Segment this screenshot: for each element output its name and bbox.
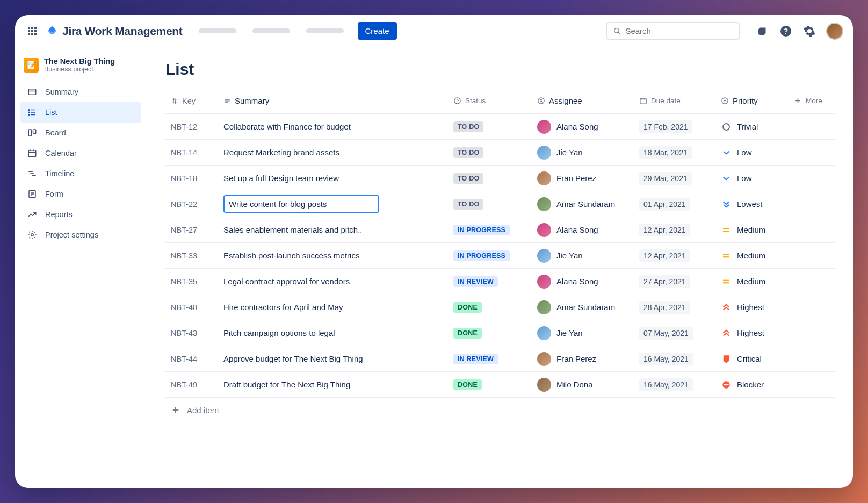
add-item-button[interactable]: Add item <box>165 398 835 422</box>
sidebar-item-form[interactable]: Form <box>20 184 141 204</box>
cell-summary[interactable]: Set up a full Design team review <box>223 174 453 183</box>
cell-priority[interactable]: Lowest <box>721 199 794 210</box>
cell-key[interactable]: NBT-43 <box>165 329 223 337</box>
cell-key[interactable]: NBT-14 <box>165 148 223 157</box>
cell-summary[interactable]: Sales enablement materials and pitch.. <box>223 225 453 234</box>
sidebar-item-reports[interactable]: Reports <box>20 204 141 225</box>
cell-due-date[interactable]: 17 Feb, 2021 <box>639 120 721 133</box>
cell-assignee[interactable]: Fran Perez <box>537 352 639 366</box>
cell-summary[interactable]: Establish post-launch success metrics <box>223 251 453 260</box>
app-switcher-icon[interactable] <box>25 24 40 39</box>
cell-due-date[interactable]: 18 Mar, 2021 <box>639 146 721 159</box>
cell-priority[interactable]: Blocker <box>721 379 794 390</box>
summary-edit-input[interactable] <box>223 195 379 213</box>
cell-assignee[interactable]: Jie Yan <box>537 326 639 340</box>
help-icon[interactable]: ? <box>779 24 793 38</box>
cell-due-date[interactable]: 01 Apr, 2021 <box>639 198 721 211</box>
user-avatar[interactable] <box>826 23 843 40</box>
cell-summary[interactable]: Draft budget for The Next Big Thing <box>223 380 453 389</box>
cell-priority[interactable]: Low <box>721 147 794 158</box>
cell-priority[interactable]: Trivial <box>721 121 794 132</box>
cell-status[interactable]: IN PROGRESS <box>453 250 537 261</box>
col-assignee[interactable]: Assignee <box>537 96 639 105</box>
cell-summary[interactable] <box>223 195 453 213</box>
col-more[interactable]: More <box>794 97 835 105</box>
col-summary[interactable]: Summary <box>223 96 453 105</box>
cell-summary[interactable]: Pitch campaign options to legal <box>223 328 453 337</box>
cell-key[interactable]: NBT-49 <box>165 380 223 389</box>
product-logo[interactable]: Jira Work Management <box>46 25 183 38</box>
cell-key[interactable]: NBT-12 <box>165 123 223 131</box>
cell-key[interactable]: NBT-27 <box>165 226 223 234</box>
create-button[interactable]: Create <box>358 22 397 40</box>
cell-due-date[interactable]: 07 May, 2021 <box>639 327 721 340</box>
cell-assignee[interactable]: Amar Sundaram <box>537 197 639 211</box>
table-row[interactable]: NBT-18 Set up a full Design team review … <box>165 166 835 191</box>
cell-key[interactable]: NBT-22 <box>165 200 223 209</box>
cell-priority[interactable]: Highest <box>721 328 794 339</box>
cell-due-date[interactable]: 16 May, 2021 <box>639 353 721 365</box>
table-row[interactable]: NBT-43 Pitch campaign options to legal D… <box>165 320 835 346</box>
cell-key[interactable]: NBT-44 <box>165 355 223 363</box>
cell-assignee[interactable]: Fran Perez <box>537 171 639 185</box>
cell-summary[interactable]: Collaborate with Finance for budget <box>223 122 453 131</box>
cell-status[interactable]: IN REVIEW <box>453 276 537 287</box>
search-input[interactable] <box>625 26 733 35</box>
cell-key[interactable]: NBT-40 <box>165 303 223 312</box>
cell-status[interactable]: DONE <box>453 379 537 390</box>
cell-priority[interactable]: Critical <box>721 354 794 364</box>
table-row[interactable]: NBT-27 Sales enablement materials and pi… <box>165 217 835 243</box>
cell-assignee[interactable]: Jie Yan <box>537 146 639 160</box>
sidebar-item-summary[interactable]: Summary <box>20 82 141 102</box>
cell-status[interactable]: TO DO <box>453 121 537 132</box>
sidebar-item-settings[interactable]: Project settings <box>20 225 141 245</box>
cell-status[interactable]: IN REVIEW <box>453 354 537 364</box>
col-priority[interactable]: Priority <box>721 96 794 105</box>
cell-assignee[interactable]: Amar Sundaram <box>537 300 639 314</box>
cell-status[interactable]: TO DO <box>453 199 537 210</box>
cell-status[interactable]: IN PROGRESS <box>453 225 537 235</box>
cell-key[interactable]: NBT-35 <box>165 277 223 286</box>
table-row[interactable]: NBT-22 TO DO Amar Sundaram 01 Apr, 2021 … <box>165 191 835 217</box>
cell-due-date[interactable]: 12 Apr, 2021 <box>639 224 721 236</box>
settings-icon[interactable] <box>802 24 816 38</box>
cell-due-date[interactable]: 29 Mar, 2021 <box>639 172 721 185</box>
table-row[interactable]: NBT-44 Approve budget for The Next Big T… <box>165 346 835 372</box>
col-due-date[interactable]: Due date <box>639 97 721 105</box>
sidebar-item-timeline[interactable]: Timeline <box>20 163 141 184</box>
table-row[interactable]: NBT-40 Hire contractors for April and Ma… <box>165 294 835 320</box>
cell-assignee[interactable]: Alana Song <box>537 223 639 237</box>
cell-due-date[interactable]: 16 May, 2021 <box>639 378 721 391</box>
cell-priority[interactable]: Medium <box>721 276 794 287</box>
cell-summary[interactable]: Hire contractors for April and May <box>223 303 453 312</box>
cell-status[interactable]: DONE <box>453 302 537 313</box>
search-input-wrap[interactable] <box>606 22 740 40</box>
table-row[interactable]: NBT-33 Establish post-launch success met… <box>165 243 835 269</box>
cell-priority[interactable]: Low <box>721 173 794 184</box>
col-status[interactable]: Status <box>453 97 537 105</box>
table-row[interactable]: NBT-12 Collaborate with Finance for budg… <box>165 114 835 140</box>
cell-assignee[interactable]: Alana Song <box>537 275 639 289</box>
cell-status[interactable]: TO DO <box>453 147 537 158</box>
cell-assignee[interactable]: Jie Yan <box>537 249 639 263</box>
col-key[interactable]: Key <box>165 97 223 105</box>
cell-assignee[interactable]: Milo Dona <box>537 378 639 392</box>
sidebar-item-board[interactable]: Board <box>20 123 141 143</box>
sidebar-item-calendar[interactable]: Calendar <box>20 143 141 163</box>
cell-summary[interactable]: Legal contract approval for vendors <box>223 277 453 286</box>
cell-due-date[interactable]: 12 Apr, 2021 <box>639 249 721 262</box>
cell-summary[interactable]: Approve budget for The Next Big Thing <box>223 354 453 363</box>
notifications-icon[interactable] <box>755 24 769 38</box>
cell-status[interactable]: TO DO <box>453 173 537 184</box>
cell-priority[interactable]: Medium <box>721 225 794 235</box>
project-header[interactable]: 📝 The Next Big Thing Business project <box>20 57 141 82</box>
table-row[interactable]: NBT-14 Request Marketing brand assets TO… <box>165 140 835 166</box>
cell-key[interactable]: NBT-33 <box>165 252 223 260</box>
cell-priority[interactable]: Medium <box>721 250 794 261</box>
table-row[interactable]: NBT-35 Legal contract approval for vendo… <box>165 269 835 294</box>
cell-due-date[interactable]: 27 Apr, 2021 <box>639 275 721 288</box>
cell-key[interactable]: NBT-18 <box>165 174 223 183</box>
cell-assignee[interactable]: Alana Song <box>537 120 639 134</box>
cell-summary[interactable]: Request Marketing brand assets <box>223 148 453 157</box>
cell-priority[interactable]: Highest <box>721 302 794 313</box>
